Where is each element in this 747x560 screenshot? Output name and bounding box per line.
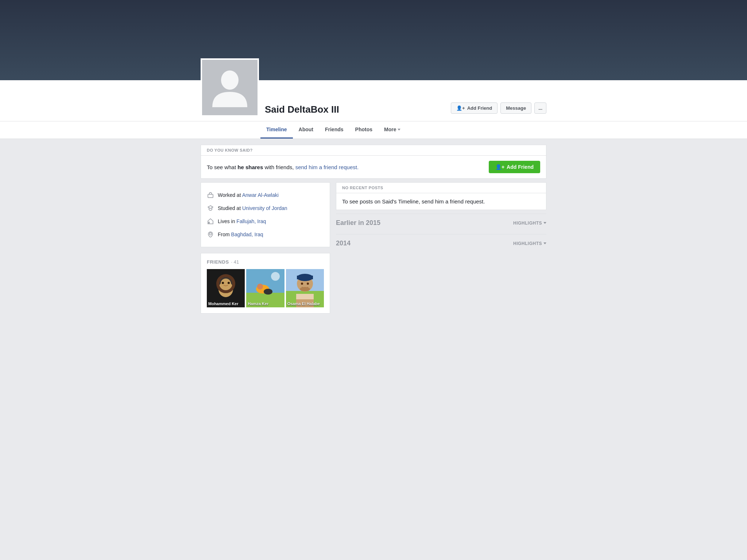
friend-thumb-1[interactable]: Mohammed Ker [207, 269, 245, 307]
info-work: Worked at Anwar Al-Awlaki [207, 188, 324, 202]
svg-rect-26 [296, 294, 314, 299]
know-banner-title: DO YOU KNOW SAID? [201, 145, 546, 156]
year-2015-label: Earlier in 2015 [336, 219, 380, 227]
tab-photos[interactable]: Photos [349, 121, 378, 139]
message-button[interactable]: Message [500, 102, 531, 114]
right-column: NO RECENT POSTS To see posts on Said's T… [336, 182, 546, 252]
svg-point-15 [257, 284, 263, 289]
add-friend-label: Add Friend [467, 105, 492, 111]
info-home: Lives in Fallujah, Iraq [207, 215, 324, 228]
more-button[interactable]: ... [534, 102, 546, 114]
friend-request-link[interactable]: send him a friend request. [295, 164, 359, 170]
from-link[interactable]: Baghdad, Iraq [231, 232, 263, 237]
chevron-down-icon [398, 129, 400, 131]
svg-point-13 [271, 272, 280, 281]
svg-rect-1 [208, 194, 213, 198]
svg-point-23 [307, 283, 309, 285]
tab-more[interactable]: More [378, 121, 406, 139]
highlights-2014-label: HIGHLIGHTS [513, 241, 542, 246]
svg-point-8 [222, 282, 224, 284]
location-icon [207, 231, 214, 238]
profile-name-actions: Said DeltaBox III 👤+ Add Friend Message … [265, 101, 546, 117]
tab-friends[interactable]: Friends [319, 121, 349, 139]
svg-point-22 [301, 283, 303, 285]
friends-title: FRIENDS [207, 259, 229, 265]
home-icon [207, 218, 214, 225]
svg-point-0 [221, 70, 239, 90]
info-from: From Baghdad, Iraq [207, 228, 324, 241]
no-posts-header: NO RECENT POSTS [336, 183, 546, 193]
left-column: Worked at Anwar Al-Awlaki Studied at Uni… [201, 182, 330, 314]
svg-rect-21 [297, 276, 313, 279]
info-card: Worked at Anwar Al-Awlaki Studied at Uni… [201, 182, 330, 247]
info-study: Studied at University of Jordan [207, 202, 324, 215]
profile-actions: 👤+ Add Friend Message ... [451, 102, 546, 114]
study-link[interactable]: University of Jordan [242, 205, 287, 211]
svg-point-24 [300, 287, 310, 291]
study-icon [207, 205, 214, 212]
home-link[interactable]: Fallujah, Iraq [236, 218, 266, 224]
add-friend-green-icon: 👤+ [495, 164, 504, 170]
know-banner-body: To see what he shares with friends, send… [201, 156, 546, 178]
highlights-2015-button[interactable]: HIGHLIGHTS [513, 221, 546, 226]
profile-name: Said DeltaBox III [265, 101, 339, 115]
tab-timeline[interactable]: Timeline [260, 121, 293, 139]
profile-header: Said DeltaBox III 👤+ Add Friend Message … [0, 80, 747, 139]
no-posts-body: To see posts on Said's Timeline, send hi… [336, 193, 546, 210]
svg-point-3 [209, 233, 212, 235]
year-2014-label: 2014 [336, 240, 351, 247]
add-friend-green-button[interactable]: 👤+ Add Friend [489, 161, 540, 173]
add-friend-green-label: Add Friend [507, 164, 534, 170]
friend-name-1: Mohammed Ker [208, 302, 239, 306]
chevron-down-2015-icon [543, 222, 546, 224]
avatar-wrapper [201, 58, 259, 117]
friend-thumb-2[interactable]: Hamza Ker [246, 269, 284, 307]
tab-about[interactable]: About [293, 121, 319, 139]
friends-grid: Mohammed Ker Hamza K [207, 269, 324, 307]
more-dots: ... [538, 105, 542, 111]
timeline-2015: Earlier in 2015 HIGHLIGHTS [336, 214, 546, 232]
friend-thumb-3[interactable]: Osama El Halabe [286, 269, 324, 307]
profile-nav: Timeline About Friends Photos More [0, 121, 747, 139]
timeline-2014: 2014 HIGHLIGHTS [336, 234, 546, 252]
message-label: Message [506, 105, 526, 111]
friends-header: FRIENDS · 41 [207, 259, 324, 265]
work-link[interactable]: Anwar Al-Awlaki [242, 192, 279, 198]
work-icon [207, 191, 214, 199]
friend-name-2: Hamza Ker [248, 302, 268, 306]
chevron-down-2014-icon [543, 242, 546, 244]
know-banner: DO YOU KNOW SAID? To see what he shares … [201, 145, 546, 179]
svg-marker-2 [208, 206, 213, 209]
friends-card: FRIENDS · 41 [201, 253, 330, 314]
highlights-2015-label: HIGHLIGHTS [513, 221, 542, 226]
no-posts-card: NO RECENT POSTS To see posts on Said's T… [336, 182, 546, 210]
svg-point-16 [264, 289, 272, 295]
main-content: DO YOU KNOW SAID? To see what he shares … [195, 139, 552, 319]
add-friend-icon: 👤+ [456, 105, 465, 111]
add-friend-button[interactable]: 👤+ Add Friend [451, 102, 498, 114]
cover-photo [0, 0, 747, 80]
friends-count: · 41 [231, 259, 239, 265]
svg-point-9 [228, 282, 230, 284]
two-column-layout: Worked at Anwar Al-Awlaki Studied at Uni… [201, 182, 546, 314]
friend-name-3: Osama El Halabe [287, 302, 320, 306]
highlights-2014-button[interactable]: HIGHLIGHTS [513, 241, 546, 246]
avatar [201, 58, 259, 117]
know-banner-text: To see what he shares with friends, send… [207, 164, 359, 170]
